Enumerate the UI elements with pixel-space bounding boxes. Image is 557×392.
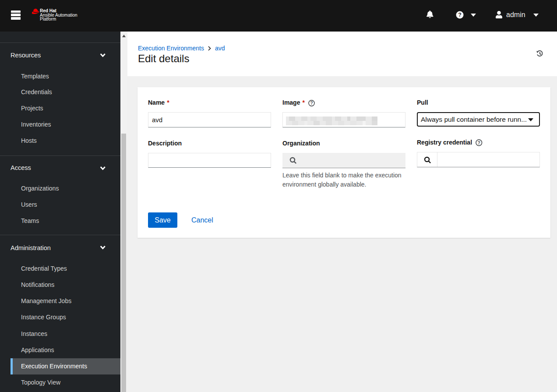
- svg-text:?: ?: [310, 101, 313, 106]
- svg-text:?: ?: [458, 12, 462, 18]
- svg-text:?: ?: [478, 141, 480, 145]
- svg-text:Platform: Platform: [40, 17, 56, 21]
